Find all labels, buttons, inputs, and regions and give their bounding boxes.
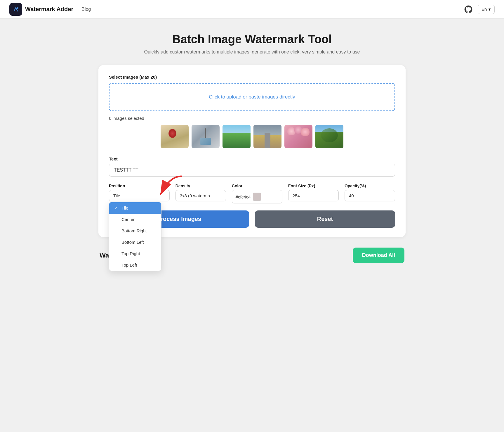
reset-button[interactable]: Reset [255,210,395,228]
position-option-tile[interactable]: ✓ Tile [109,202,161,214]
language-selector[interactable]: En ▾ [478,5,495,14]
hero-subtitle: Quickly add custom watermarks to multipl… [98,49,406,55]
option-label-top-left: Top Left [121,262,137,267]
logo: Watermark Adder [9,3,73,16]
tool-card: Select Images (Max 20) Click to upload o… [98,65,406,237]
nav-blog-link[interactable]: Blog [81,7,91,12]
text-label: Text [109,156,395,161]
color-input-wrapper[interactable]: #cfc4c4 [232,190,282,203]
main-content: Batch Image Watermark Tool Quickly add c… [91,19,413,277]
thumbnail-6 [315,125,343,148]
position-option-center[interactable]: Center [109,214,161,225]
thumbnail-3 [223,125,251,148]
checkmark-icon: ✓ [114,206,119,210]
download-all-button[interactable]: Download All [353,248,404,263]
position-dropdown: ✓ Tile Center Bottom Right Bottom Left [109,202,161,271]
hero-title: Batch Image Watermark Tool [98,33,406,46]
density-label: Density [175,184,226,188]
font-size-group: Font Size (Px) [288,184,339,201]
option-label-bottom-right: Bottom Right [121,228,147,233]
navbar-right: En ▾ [464,5,495,14]
navbar: Watermark Adder Blog En ▾ [0,0,504,19]
github-icon[interactable] [464,5,473,14]
option-label-tile: Tile [121,205,128,210]
upload-zone-text: Click to upload or paste images directly [209,94,295,100]
color-hex-value: #cfc4c4 [236,194,251,199]
logo-text: Watermark Adder [25,6,73,13]
thumbnail-1 [161,125,189,148]
image-thumbnails [109,125,395,148]
thumbnail-4 [253,125,281,148]
images-count: 6 images selected [109,116,395,121]
select-images-label: Select Images (Max 20) [109,75,395,80]
opacity-input[interactable] [345,190,395,201]
position-selected-value: Tile [113,193,120,198]
color-label: Color [232,184,282,188]
position-label: Position [109,184,170,188]
lang-chevron: ▾ [489,7,491,12]
position-option-bottom-right[interactable]: Bottom Right [109,225,161,236]
position-select[interactable]: Tile [109,190,170,201]
font-size-input[interactable] [288,190,339,201]
font-size-label: Font Size (Px) [288,184,339,188]
logo-icon [9,3,22,16]
color-group: Color #cfc4c4 [232,184,282,203]
position-group: Position Tile ✓ Tile Center [109,184,170,201]
position-option-top-left[interactable]: Top Left [109,259,161,271]
svg-point-0 [12,6,20,13]
position-option-bottom-left[interactable]: Bottom Left [109,236,161,248]
thumbnail-2 [192,125,220,148]
svg-point-1 [17,7,18,9]
position-option-top-right[interactable]: Top Right [109,248,161,259]
lang-value: En [482,7,487,12]
thumbnail-5 [284,125,312,148]
opacity-group: Opacity(%) [345,184,395,201]
opacity-label: Opacity(%) [345,184,395,188]
density-input[interactable] [175,190,226,201]
color-swatch[interactable] [253,193,261,201]
options-row: Position Tile ✓ Tile Center [109,184,395,203]
density-group: Density [175,184,226,201]
option-label-center: Center [121,217,135,222]
option-label-bottom-left: Bottom Left [121,240,144,245]
text-input[interactable] [109,164,395,177]
upload-zone[interactable]: Click to upload or paste images directly [109,83,395,111]
option-label-top-right: Top Right [121,251,140,256]
